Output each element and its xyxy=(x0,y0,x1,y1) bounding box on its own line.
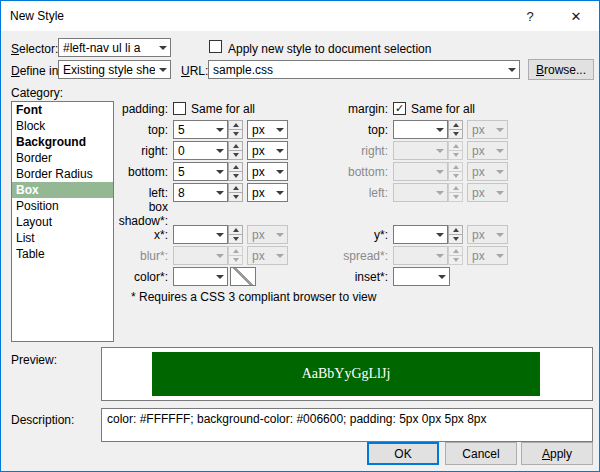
padding-left-value-combo[interactable]: 8 xyxy=(173,183,228,202)
apply-to-selection-label: Apply new style to document selection xyxy=(228,42,431,56)
padding-top-value: 5 xyxy=(174,123,212,137)
spin-down-icon[interactable] xyxy=(448,235,463,244)
chevron-down-icon xyxy=(432,233,447,237)
category-item-list[interactable]: List xyxy=(12,230,113,246)
title-bar: New Style ? ✕ xyxy=(1,1,599,31)
cancel-button[interactable]: Cancel xyxy=(445,442,517,465)
description-box: color: #FFFFFF; background-color: #00660… xyxy=(101,408,593,442)
chevron-down-icon xyxy=(212,128,227,132)
spin-up-icon[interactable] xyxy=(448,120,463,130)
spin-up-icon[interactable] xyxy=(228,120,243,130)
category-item-box[interactable]: Box xyxy=(12,182,113,198)
padding-bottom-spinner[interactable] xyxy=(228,162,243,181)
chevron-down-icon xyxy=(432,170,447,174)
spin-down-icon[interactable] xyxy=(228,130,243,139)
define-in-dropdown[interactable]: Existing style sheet xyxy=(58,60,171,79)
padding-left-label: left: xyxy=(103,186,173,200)
shadow-inset-label: inset*: xyxy=(333,270,393,284)
padding-right-spinner[interactable] xyxy=(228,141,243,160)
chevron-down-icon xyxy=(272,191,287,195)
padding-column: padding: Same for all top: 5 px right: 0… xyxy=(103,98,288,287)
padding-top-value-combo[interactable]: 5 xyxy=(173,120,228,139)
padding-bottom-value-combo[interactable]: 5 xyxy=(173,162,228,181)
ok-button-label: OK xyxy=(394,447,411,461)
apply-button[interactable]: Apply xyxy=(521,442,593,465)
padding-top-spinner[interactable] xyxy=(228,120,243,139)
browse-button[interactable]: Browse... xyxy=(528,59,594,80)
padding-header-row: padding: Same for all xyxy=(103,98,288,119)
spin-down-icon[interactable] xyxy=(448,130,463,139)
shadow-inset-combo[interactable] xyxy=(393,267,450,286)
spin-up-icon[interactable] xyxy=(228,141,243,151)
spin-down-icon[interactable] xyxy=(228,172,243,181)
margin-top-spinner[interactable] xyxy=(448,120,463,139)
spin-up-icon[interactable] xyxy=(448,225,463,235)
shadow-spread-spinner xyxy=(448,246,463,265)
margin-bottom-row: bottom: px xyxy=(333,161,508,182)
spin-up-icon xyxy=(228,246,243,256)
padding-left-spinner[interactable] xyxy=(228,183,243,202)
padding-left-unit-combo[interactable]: px xyxy=(247,183,288,202)
category-item-table[interactable]: Table xyxy=(12,246,113,262)
chevron-down-icon xyxy=(492,233,507,237)
shadow-inset-row: inset*: xyxy=(333,266,508,287)
padding-right-value: 0 xyxy=(174,144,212,158)
chevron-down-icon xyxy=(155,68,170,72)
close-button[interactable]: ✕ xyxy=(553,1,599,31)
category-item-border[interactable]: Border xyxy=(12,150,113,166)
category-label: Category: xyxy=(11,86,63,100)
category-item-layout[interactable]: Layout xyxy=(12,214,113,230)
margin-left-row: left: px xyxy=(333,182,508,203)
padding-right-value-combo[interactable]: 0 xyxy=(173,141,228,160)
margin-column: margin: ✓ Same for all top: px right: px… xyxy=(333,98,508,287)
css3-note: * Requires a CSS 3 compliant browser to … xyxy=(131,290,376,304)
chevron-down-icon xyxy=(432,191,447,195)
shadow-blur-label: blur*: xyxy=(103,249,173,263)
url-value: sample.css xyxy=(209,63,504,77)
shadow-x-value-combo[interactable] xyxy=(173,225,228,244)
padding-same-for-all-label: Same for all xyxy=(191,102,255,116)
url-label: URL: xyxy=(181,64,208,78)
margin-top-value-combo[interactable] xyxy=(393,120,448,139)
margin-right-value-combo xyxy=(393,141,448,160)
shadow-x-spinner[interactable] xyxy=(228,225,243,244)
shadow-color-label: color*: xyxy=(103,270,173,284)
shadow-color-combo[interactable] xyxy=(173,267,228,286)
chevron-down-icon xyxy=(434,275,449,279)
spin-down-icon[interactable] xyxy=(228,235,243,244)
shadow-y-spinner[interactable] xyxy=(448,225,463,244)
category-item-block[interactable]: Block xyxy=(12,118,113,134)
padding-top-unit-combo[interactable]: px xyxy=(247,120,288,139)
margin-label: margin: xyxy=(333,102,393,116)
padding-right-unit-combo[interactable]: px xyxy=(247,141,288,160)
help-button[interactable]: ? xyxy=(507,1,553,31)
ok-button[interactable]: OK xyxy=(367,442,439,465)
category-item-background[interactable]: Background xyxy=(12,134,113,150)
padding-same-for-all-checkbox[interactable] xyxy=(173,102,186,115)
padding-bottom-unit-combo[interactable]: px xyxy=(247,162,288,181)
spin-down-icon xyxy=(448,172,463,181)
chevron-down-icon xyxy=(155,46,170,50)
spin-up-icon[interactable] xyxy=(228,162,243,172)
selector-dropdown[interactable]: #left-nav ul li a xyxy=(58,38,171,57)
spin-down-icon[interactable] xyxy=(228,193,243,202)
apply-to-selection-checkbox[interactable] xyxy=(209,40,222,53)
chevron-down-icon xyxy=(432,149,447,153)
category-item-border-radius[interactable]: Border Radius xyxy=(12,166,113,182)
category-item-font[interactable]: Font xyxy=(12,102,113,118)
shadow-y-value-combo[interactable] xyxy=(393,225,448,244)
margin-left-unit-combo: px xyxy=(467,183,508,202)
shadow-y-unit: px xyxy=(468,228,492,242)
category-item-position[interactable]: Position xyxy=(12,198,113,214)
chevron-down-icon xyxy=(272,254,287,258)
spin-up-icon[interactable] xyxy=(228,183,243,193)
spin-up-icon[interactable] xyxy=(228,225,243,235)
spin-down-icon[interactable] xyxy=(228,151,243,160)
margin-same-for-all-checkbox[interactable]: ✓ xyxy=(393,102,406,115)
spin-down-icon xyxy=(448,151,463,160)
color-picker-swatch[interactable] xyxy=(230,267,256,286)
padding-bottom-unit: px xyxy=(248,165,272,179)
margin-same-for-all-label: Same for all xyxy=(411,102,475,116)
description-text: color: #FFFFFF; background-color: #00660… xyxy=(102,409,592,429)
url-combobox[interactable]: sample.css xyxy=(208,60,520,79)
